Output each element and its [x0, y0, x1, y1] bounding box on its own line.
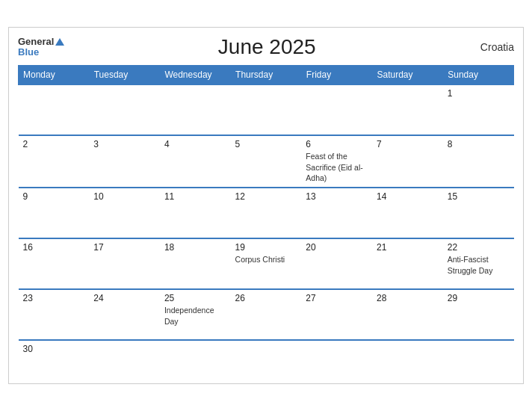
week-row-6: 30 [19, 340, 514, 376]
day-event: Anti-Fascist Struggle Day [448, 255, 493, 275]
logo: General Blue [18, 37, 64, 58]
week-row-4: 16171819Corpus Christi202122Anti-Fascist… [19, 238, 514, 289]
day-cell: 25Independence Day [160, 289, 231, 340]
day-number: 2 [23, 139, 85, 149]
day-number: 7 [377, 139, 439, 149]
day-number: 26 [235, 293, 297, 303]
day-number: 23 [23, 293, 85, 303]
day-cell [231, 84, 302, 135]
day-number: 22 [448, 242, 510, 253]
day-number: 15 [448, 191, 510, 202]
day-number: 1 [448, 88, 510, 99]
day-cell: 11 [160, 188, 231, 238]
day-cell: 10 [89, 188, 160, 238]
day-cell: 5 [231, 135, 302, 188]
day-cell [160, 340, 231, 376]
day-cell: 7 [372, 135, 443, 188]
week-row-5: 232425Independence Day26272829 [19, 289, 514, 340]
day-cell: 4 [160, 135, 231, 188]
day-cell: 9 [19, 188, 90, 238]
day-number: 21 [377, 242, 439, 253]
day-number: 25 [164, 293, 226, 303]
day-cell [372, 84, 443, 135]
week-row-1: 1 [19, 84, 514, 135]
day-cell: 8 [443, 135, 514, 188]
day-cell: 23 [19, 289, 90, 340]
header-saturday: Saturday [372, 66, 443, 85]
day-cell [301, 340, 372, 376]
day-cell: 24 [89, 289, 160, 340]
day-cell [19, 84, 90, 135]
calendar-country: Croatia [469, 41, 514, 53]
logo-blue-text: Blue [18, 47, 39, 58]
logo-general: General [18, 37, 64, 47]
day-cell [372, 340, 443, 376]
day-number: 27 [306, 293, 368, 303]
header-sunday: Sunday [443, 66, 514, 85]
day-number: 28 [377, 293, 439, 303]
logo-triangle-icon [55, 38, 64, 46]
day-cell: 27 [301, 289, 372, 340]
day-cell: 12 [231, 188, 302, 238]
day-number: 13 [306, 191, 368, 202]
day-cell: 2 [19, 135, 90, 188]
calendar-title: June 2025 [64, 35, 469, 59]
day-number: 4 [164, 139, 226, 149]
day-cell: 15 [443, 188, 514, 238]
day-number: 6 [306, 139, 368, 149]
day-number: 10 [93, 191, 155, 202]
day-event: Independence Day [164, 306, 214, 326]
header-tuesday: Tuesday [89, 66, 160, 85]
week-row-2: 23456Feast of the Sacrifice (Eid al-Adha… [19, 135, 514, 188]
day-cell: 14 [372, 188, 443, 238]
day-number: 20 [306, 242, 368, 253]
day-cell: 21 [372, 238, 443, 289]
day-cell: 3 [89, 135, 160, 188]
day-cell: 16 [19, 238, 90, 289]
day-cell: 1 [443, 84, 514, 135]
day-number: 3 [93, 139, 155, 149]
day-number: 17 [93, 242, 155, 253]
days-header-row: Monday Tuesday Wednesday Thursday Friday… [19, 66, 514, 85]
day-cell: 18 [160, 238, 231, 289]
calendar-header: General Blue June 2025 Croatia [18, 35, 514, 59]
week-row-3: 9101112131415 [19, 188, 514, 238]
day-number: 16 [23, 242, 85, 253]
day-cell [160, 84, 231, 135]
day-number: 18 [164, 242, 226, 253]
header-thursday: Thursday [231, 66, 302, 85]
day-cell: 20 [301, 238, 372, 289]
day-cell [231, 340, 302, 376]
day-cell: 28 [372, 289, 443, 340]
day-cell [443, 340, 514, 376]
day-number: 24 [93, 293, 155, 303]
day-cell: 19Corpus Christi [231, 238, 302, 289]
day-cell: 6Feast of the Sacrifice (Eid al-Adha) [301, 135, 372, 188]
day-number: 9 [23, 191, 85, 202]
header-wednesday: Wednesday [160, 66, 231, 85]
day-cell: 22Anti-Fascist Struggle Day [443, 238, 514, 289]
day-event: Feast of the Sacrifice (Eid al-Adha) [306, 152, 362, 182]
day-number: 5 [235, 139, 297, 149]
day-cell [89, 340, 160, 376]
day-cell [89, 84, 160, 135]
day-number: 8 [448, 139, 510, 149]
day-cell: 26 [231, 289, 302, 340]
day-cell: 30 [19, 340, 90, 376]
day-number: 29 [448, 293, 510, 303]
day-number: 14 [377, 191, 439, 202]
logo-general-text: General [18, 36, 54, 47]
day-cell: 29 [443, 289, 514, 340]
calendar-container: General Blue June 2025 Croatia Monday Tu… [8, 27, 524, 384]
calendar-grid: Monday Tuesday Wednesday Thursday Friday… [18, 65, 514, 376]
day-number: 11 [164, 191, 226, 202]
day-cell: 13 [301, 188, 372, 238]
header-monday: Monday [19, 66, 90, 85]
header-friday: Friday [301, 66, 372, 85]
day-cell: 17 [89, 238, 160, 289]
day-number: 12 [235, 191, 297, 202]
day-event: Corpus Christi [235, 255, 285, 264]
day-number: 19 [235, 242, 297, 253]
day-number: 30 [23, 344, 85, 354]
day-cell [301, 84, 372, 135]
